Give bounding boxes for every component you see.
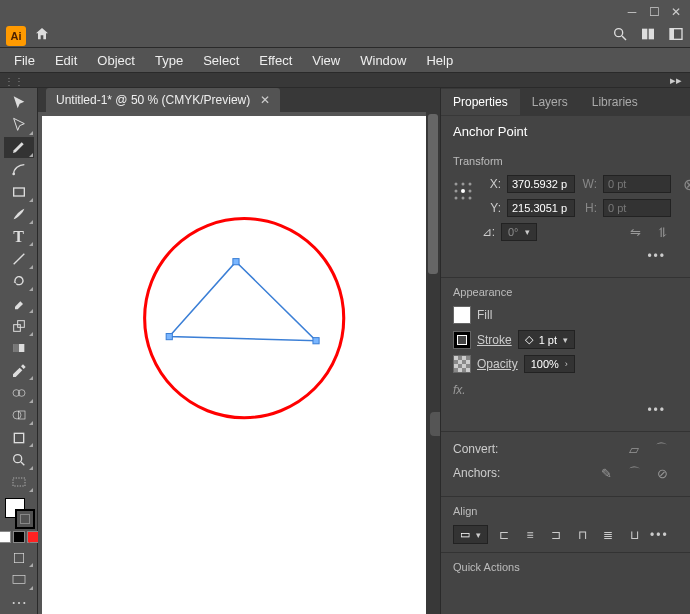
minimize-button[interactable]: ─ (622, 5, 642, 19)
scrollbar-thumb[interactable] (428, 114, 438, 274)
tab-properties[interactable]: Properties (441, 89, 520, 115)
rotate-tool[interactable] (4, 271, 34, 292)
zoom-tool[interactable] (4, 449, 34, 470)
stroke-label[interactable]: Stroke (477, 333, 512, 347)
quick-actions-title: Quick Actions (453, 561, 678, 573)
convert-smooth-icon[interactable]: ⌒ (655, 440, 668, 458)
hand-tool[interactable] (4, 472, 34, 493)
constrain-proportions-icon[interactable]: ⊗ (683, 175, 690, 194)
menu-object[interactable]: Object (89, 51, 143, 70)
search-icon[interactable] (612, 26, 628, 46)
draw-mode-icon[interactable] (4, 547, 34, 568)
gradient-tool[interactable] (4, 338, 34, 359)
align-to-select[interactable]: ▭▾ (453, 525, 488, 544)
scale-tool[interactable] (4, 315, 34, 336)
svg-line-8 (13, 254, 24, 265)
triangle-path[interactable] (169, 262, 316, 341)
menu-edit[interactable]: Edit (47, 51, 85, 70)
svg-point-13 (13, 390, 20, 397)
menu-file[interactable]: File (6, 51, 43, 70)
artboard-tool[interactable] (4, 427, 34, 448)
svg-rect-17 (14, 433, 23, 442)
workspace-switcher-icon[interactable] (668, 26, 684, 46)
x-input[interactable]: 370.5932 p (507, 175, 575, 193)
cut-anchor-icon[interactable]: ⊘ (657, 466, 668, 481)
panel-collapse-handle[interactable] (430, 412, 440, 436)
anchor-point-left[interactable] (166, 334, 172, 340)
anchor-point-top[interactable] (233, 259, 239, 265)
home-icon[interactable] (34, 26, 50, 46)
direct-selection-tool[interactable] (4, 114, 34, 135)
selection-tool[interactable] (4, 92, 34, 113)
screen-mode-icon[interactable] (4, 569, 34, 590)
document-tab[interactable]: Untitled-1* @ 50 % (CMYK/Preview) ✕ (46, 88, 280, 112)
blend-tool[interactable] (4, 382, 34, 403)
menu-effect[interactable]: Effect (251, 51, 300, 70)
close-button[interactable]: ✕ (666, 5, 686, 19)
align-right-icon[interactable]: ⊐ (546, 526, 566, 544)
align-vcenter-icon[interactable]: ≣ (598, 526, 618, 544)
menu-help[interactable]: Help (418, 51, 461, 70)
red-circle-annotation (145, 219, 344, 418)
fill-stroke-swatches[interactable] (3, 498, 35, 529)
paintbrush-tool[interactable] (4, 204, 34, 225)
tab-layers[interactable]: Layers (520, 89, 580, 115)
document-tab-title: Untitled-1* @ 50 % (CMYK/Preview) (56, 93, 250, 107)
anchor-point-right[interactable] (313, 338, 319, 344)
align-hcenter-icon[interactable]: ≡ (520, 526, 540, 544)
shape-builder-tool[interactable] (4, 405, 34, 426)
svg-rect-2 (642, 28, 647, 39)
reference-point-icon[interactable] (453, 181, 473, 204)
fill-swatch-panel[interactable] (453, 306, 471, 324)
align-more-icon[interactable]: ••• (650, 528, 669, 542)
convert-corner-icon[interactable]: ▱ (629, 442, 639, 457)
maximize-button[interactable]: ☐ (644, 5, 664, 19)
transform-section: Transform X: 370.5932 p W: 0 pt Y: (441, 147, 690, 278)
edit-toolbar-icon[interactable]: ⋯ (4, 592, 34, 613)
stroke-weight-input[interactable]: ◇1 pt▾ (518, 330, 575, 349)
transform-more-icon[interactable]: ••• (453, 247, 678, 269)
align-left-icon[interactable]: ⊏ (494, 526, 514, 544)
artwork (42, 116, 432, 614)
menu-window[interactable]: Window (352, 51, 414, 70)
opacity-swatch-icon[interactable] (453, 355, 471, 373)
gradient-mode-icon[interactable] (13, 531, 25, 543)
flip-vertical-icon[interactable]: ⥮ (657, 225, 668, 240)
remove-anchor-icon[interactable]: ✎ (601, 466, 612, 481)
align-bottom-icon[interactable]: ⊔ (624, 526, 644, 544)
menu-select[interactable]: Select (195, 51, 247, 70)
artboard[interactable] (42, 116, 432, 614)
arrange-documents-icon[interactable] (640, 26, 656, 46)
opacity-label[interactable]: Opacity (477, 357, 518, 371)
pen-tool[interactable] (4, 137, 34, 158)
vertical-scrollbar[interactable] (426, 112, 440, 614)
align-top-icon[interactable]: ⊓ (572, 526, 592, 544)
flip-horizontal-icon[interactable]: ⇋ (630, 225, 641, 240)
curvature-tool[interactable] (4, 159, 34, 180)
close-tab-icon[interactable]: ✕ (260, 93, 270, 107)
menu-view[interactable]: View (304, 51, 348, 70)
type-tool[interactable]: T (4, 226, 34, 247)
appearance-more-icon[interactable]: ••• (453, 401, 678, 423)
angle-input[interactable]: 0° ▾ (501, 223, 537, 241)
stroke-swatch-panel[interactable] (453, 331, 471, 349)
rectangle-tool[interactable] (4, 181, 34, 202)
tab-libraries[interactable]: Libraries (580, 89, 650, 115)
eyedropper-tool[interactable] (4, 360, 34, 381)
fx-button[interactable]: fx. (453, 379, 678, 401)
svg-point-23 (455, 183, 458, 186)
svg-rect-12 (13, 344, 18, 352)
color-mode-icon[interactable] (0, 531, 11, 543)
appearance-section: Appearance Fill Stroke ◇1 pt▾ Opacity 10… (441, 278, 690, 432)
none-mode-icon[interactable] (27, 531, 39, 543)
svg-point-25 (469, 183, 472, 186)
eraser-tool[interactable] (4, 293, 34, 314)
y-input[interactable]: 215.3051 p (507, 199, 575, 217)
menu-type[interactable]: Type (147, 51, 191, 70)
line-tool[interactable] (4, 248, 34, 269)
opacity-input[interactable]: 100%› (524, 355, 575, 373)
y-label: Y: (485, 201, 501, 215)
stroke-swatch[interactable] (15, 509, 35, 529)
control-handle-icon[interactable]: ⋮⋮ (4, 76, 24, 87)
panel-expand-icon[interactable]: ▸▸ (670, 74, 682, 87)
